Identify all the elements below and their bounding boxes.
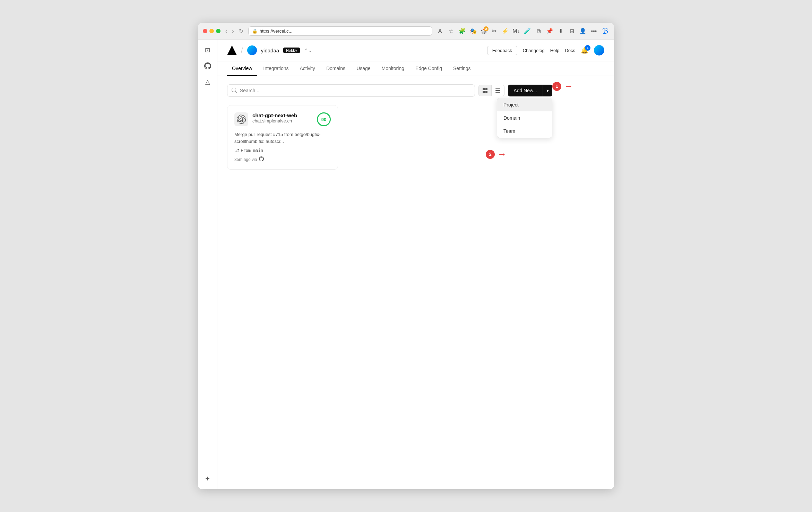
address-bar[interactable]: 🔒 https://vercel.c...: [248, 26, 432, 36]
minimize-button[interactable]: [209, 29, 214, 33]
browser-toolbar: A ☆ 🧩 🎭 🎲 2 ✂ ⚡ M↓ 🧪 ⧉ 📌 ⬇ ⊞ 👤 ••• ℬ: [436, 27, 609, 35]
list-view-button[interactable]: [492, 85, 504, 96]
svg-rect-0: [483, 88, 485, 90]
changelog-link[interactable]: Changelog: [523, 48, 545, 53]
close-button[interactable]: [203, 29, 207, 33]
notification-button[interactable]: 🔔 1: [581, 46, 588, 54]
svg-rect-5: [495, 90, 500, 91]
add-new-button[interactable]: Add New...: [508, 85, 543, 96]
arrow-2: →: [498, 149, 507, 160]
dropdown-menu: Project Domain Team: [497, 98, 552, 138]
lock-icon: 🔒: [252, 28, 258, 34]
search-input[interactable]: [227, 84, 475, 97]
dropdown-item-team[interactable]: Team: [497, 125, 552, 138]
project-info: chat-gpt-next-web chat.simplenaive.cn: [252, 112, 313, 123]
breadcrumb-separator: /: [241, 46, 243, 54]
main-content: / yidadaa Hobby ⌃⌄ Feedback Changelog He…: [217, 40, 614, 489]
dropdown-item-project[interactable]: Project: [497, 98, 552, 111]
browser-chrome: ‹ › ↻ 🔒 https://vercel.c... A ☆ 🧩 🎭 🎲 2 …: [198, 23, 614, 40]
annotation-1: 1: [552, 82, 561, 91]
svg-rect-1: [485, 88, 487, 90]
project-url: chat.simplenaive.cn: [252, 118, 313, 123]
fullscreen-button[interactable]: [216, 29, 221, 33]
header-actions: Feedback Changelog Help Docs 🔔 1: [487, 45, 604, 56]
add-new-container: Add New... ▾ Project Domain Team: [508, 85, 552, 96]
github-icon-small: [259, 156, 264, 162]
sidebar-item-add[interactable]: +: [202, 473, 213, 484]
sidebar: ⊡ △ +: [198, 40, 217, 489]
notification-badge: 1: [585, 45, 590, 51]
back-button[interactable]: ‹: [224, 27, 228, 35]
markdown-icon[interactable]: M↓: [512, 27, 520, 35]
tab-domains[interactable]: Domains: [321, 61, 350, 76]
url-text: https://vercel.c...: [260, 28, 429, 34]
extension-icon-1[interactable]: 🧩: [458, 27, 466, 35]
refresh-button[interactable]: ↻: [237, 27, 245, 35]
scissors-icon[interactable]: ✂: [490, 27, 498, 35]
annotation-2: 2: [486, 150, 495, 159]
tab-edge-config[interactable]: Edge Config: [411, 61, 447, 76]
docs-link[interactable]: Docs: [565, 48, 575, 53]
tab-monitoring[interactable]: Monitoring: [377, 61, 409, 76]
browser-nav-buttons: ‹ › ↻: [224, 27, 245, 35]
app-header: / yidadaa Hobby ⌃⌄ Feedback Changelog He…: [217, 40, 614, 61]
app-layout: ⊡ △ + / yidadaa Hobby ⌃⌄ Feedb: [198, 40, 614, 489]
branch-icon: ⎇: [234, 148, 239, 153]
branch-info: ⎇ From main: [234, 148, 331, 153]
profile-icon[interactable]: 👤: [579, 27, 587, 35]
svg-rect-2: [483, 91, 485, 93]
svg-rect-3: [485, 91, 487, 93]
commit-message: Merge pull request #715 from betgo/bugfi…: [234, 131, 331, 145]
split-view-icon[interactable]: ⧉: [534, 27, 543, 35]
vercel-logo: [227, 45, 237, 55]
card-meta: 35m ago via: [234, 156, 331, 162]
search-row: Add New... ▾ Project Domain Team: [227, 84, 552, 97]
view-toggle: [478, 85, 504, 96]
sidebar-item-layout[interactable]: ⊡: [202, 44, 213, 56]
team-switcher-button[interactable]: ⌃⌄: [304, 48, 312, 53]
extensions-icon[interactable]: ⊞: [568, 27, 576, 35]
project-icon: [234, 112, 248, 126]
card-header: chat-gpt-next-web chat.simplenaive.cn 90: [234, 112, 331, 126]
download-icon[interactable]: ⬇: [556, 27, 565, 35]
team-name: yidadaa: [261, 48, 279, 53]
sidebar-item-github[interactable]: [202, 60, 213, 71]
nav-tabs: Overview Integrations Activity Domains U…: [217, 61, 614, 76]
extension-icon-3[interactable]: 🧪: [523, 27, 532, 35]
traffic-lights: [203, 29, 221, 33]
tool-icon-1[interactable]: ⚡: [501, 27, 509, 35]
tab-usage[interactable]: Usage: [352, 61, 375, 76]
time-ago: 35m ago via: [234, 157, 257, 162]
plan-badge: Hobby: [283, 48, 300, 53]
project-card[interactable]: chat-gpt-next-web chat.simplenaive.cn 90…: [227, 105, 338, 170]
svg-rect-6: [495, 92, 500, 93]
star-icon[interactable]: ☆: [447, 27, 455, 35]
tab-activity[interactable]: Activity: [295, 61, 320, 76]
team-avatar: [247, 45, 257, 55]
tab-settings[interactable]: Settings: [448, 61, 476, 76]
copilot-icon[interactable]: ℬ: [601, 27, 609, 35]
dropdown-item-domain[interactable]: Domain: [497, 111, 552, 125]
project-name: chat-gpt-next-web: [252, 112, 313, 118]
reader-icon[interactable]: A: [436, 27, 444, 35]
feedback-button[interactable]: Feedback: [487, 46, 517, 55]
pin-icon[interactable]: 📌: [545, 27, 554, 35]
tab-integrations[interactable]: Integrations: [258, 61, 293, 76]
tab-overview[interactable]: Overview: [227, 61, 257, 76]
more-icon[interactable]: •••: [590, 27, 598, 35]
help-link[interactable]: Help: [550, 48, 560, 53]
extension-badge-icon[interactable]: 🎲 2: [480, 28, 487, 34]
arrow-1: →: [564, 81, 573, 92]
grid-view-button[interactable]: [479, 85, 492, 96]
page-body: 1 → Add New: [217, 76, 614, 178]
extension-icon-2[interactable]: 🎭: [469, 27, 477, 35]
annotation-2-container: 2 →: [486, 149, 507, 160]
forward-button[interactable]: ›: [231, 27, 235, 35]
svg-rect-4: [495, 88, 500, 89]
sidebar-item-deploy[interactable]: △: [202, 76, 213, 87]
add-new-chevron-button[interactable]: ▾: [543, 85, 552, 96]
score-circle: 90: [317, 112, 331, 126]
user-avatar[interactable]: [594, 45, 604, 56]
